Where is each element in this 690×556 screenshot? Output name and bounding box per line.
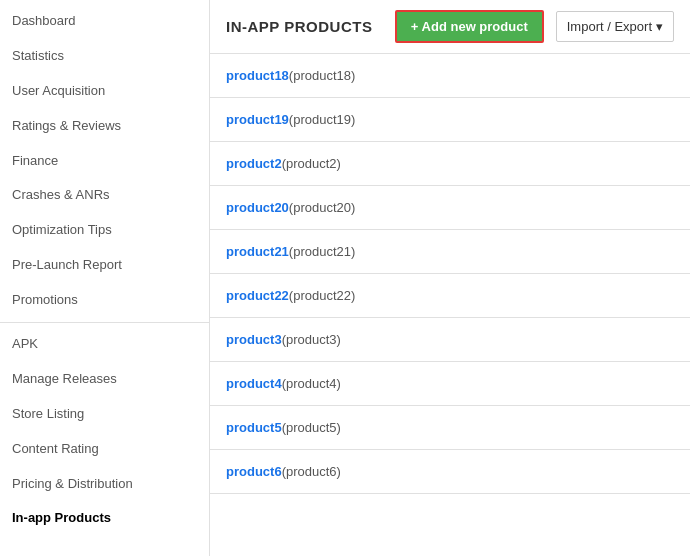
sidebar-item-user-acquisition[interactable]: User Acquisition [0,74,209,109]
product-id: (product20) [289,200,355,215]
sidebar-item-apk[interactable]: APK [0,327,209,362]
sidebar-item-in-app-products[interactable]: In-app Products [0,501,209,536]
product-name: product20 [226,200,289,215]
product-name: product19 [226,112,289,127]
main-header: IN-APP PRODUCTS + Add new product Import… [210,0,690,54]
sidebar-item-optimization-tips[interactable]: Optimization Tips [0,213,209,248]
product-item[interactable]: product19 (product19) [210,98,690,142]
product-id: (product18) [289,68,355,83]
product-id: (product5) [282,420,341,435]
sidebar-item-dashboard[interactable]: Dashboard [0,4,209,39]
product-id: (product3) [282,332,341,347]
product-name: product18 [226,68,289,83]
sidebar-item-store-listing[interactable]: Store Listing [0,397,209,432]
sidebar: DashboardStatisticsUser AcquisitionRatin… [0,0,210,556]
product-name: product5 [226,420,282,435]
sidebar-divider [0,322,209,323]
sidebar-item-finance[interactable]: Finance [0,144,209,179]
product-name: product22 [226,288,289,303]
product-item[interactable]: product5 (product5) [210,406,690,450]
product-item[interactable]: product21 (product21) [210,230,690,274]
product-item[interactable]: product20 (product20) [210,186,690,230]
import-export-label: Import / Export [567,19,652,34]
product-item[interactable]: product6 (product6) [210,450,690,494]
product-item[interactable]: product3 (product3) [210,318,690,362]
product-item[interactable]: product18 (product18) [210,54,690,98]
product-id: (product19) [289,112,355,127]
product-name: product6 [226,464,282,479]
product-name: product2 [226,156,282,171]
product-list: product18 (product18)product19 (product1… [210,54,690,556]
sidebar-item-manage-releases[interactable]: Manage Releases [0,362,209,397]
sidebar-item-crashes-anrs[interactable]: Crashes & ANRs [0,178,209,213]
product-item[interactable]: product4 (product4) [210,362,690,406]
product-id: (product21) [289,244,355,259]
sidebar-item-promotions[interactable]: Promotions [0,283,209,318]
add-new-product-button[interactable]: + Add new product [395,10,544,43]
chevron-down-icon: ▾ [656,19,663,34]
product-id: (product4) [282,376,341,391]
product-name: product21 [226,244,289,259]
product-name: product3 [226,332,282,347]
product-id: (product6) [282,464,341,479]
product-id: (product2) [282,156,341,171]
sidebar-item-ratings-reviews[interactable]: Ratings & Reviews [0,109,209,144]
sidebar-item-statistics[interactable]: Statistics [0,39,209,74]
main-content: IN-APP PRODUCTS + Add new product Import… [210,0,690,556]
sidebar-item-pricing-distribution[interactable]: Pricing & Distribution [0,467,209,502]
product-item[interactable]: product2 (product2) [210,142,690,186]
import-export-button[interactable]: Import / Export ▾ [556,11,674,42]
product-id: (product22) [289,288,355,303]
product-item[interactable]: product22 (product22) [210,274,690,318]
sidebar-item-content-rating[interactable]: Content Rating [0,432,209,467]
product-name: product4 [226,376,282,391]
sidebar-item-pre-launch-report[interactable]: Pre-Launch Report [0,248,209,283]
page-title: IN-APP PRODUCTS [226,18,383,35]
